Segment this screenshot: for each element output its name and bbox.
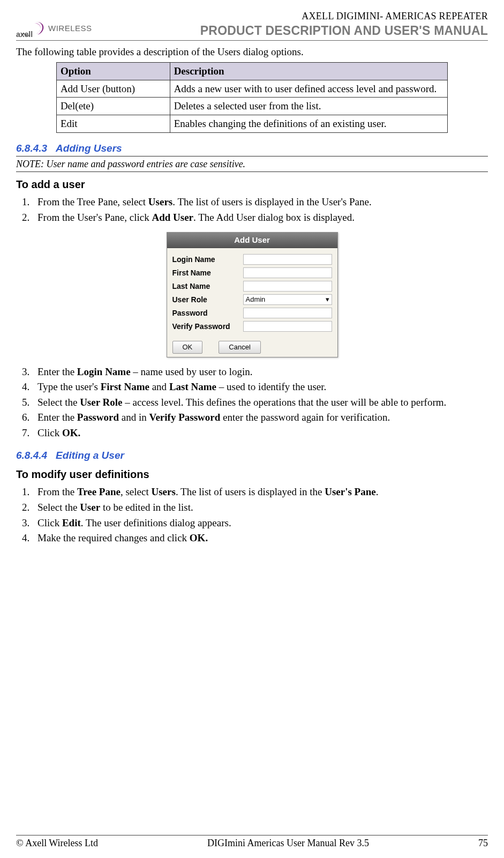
password-label: Password — [172, 308, 243, 318]
section-heading: 6.8.4.4Editing a User — [16, 449, 488, 462]
table-row: Add User (button)Adds a new user with to… — [56, 80, 447, 98]
header-right: AXELL DIGIMINI- AMERICAS REPEATER PRODUC… — [200, 10, 488, 39]
options-table: Option Description Add User (button)Adds… — [56, 62, 448, 133]
steps-list-1-cont: Enter the Login Name – name used by user… — [16, 365, 488, 440]
dialog-title: Add User — [167, 233, 337, 248]
ok-button[interactable]: OK — [172, 341, 203, 354]
dialog-body: Login Name First Name Last Name User Rol… — [167, 248, 337, 338]
svg-text:axell: axell — [16, 30, 33, 39]
login-name-field[interactable] — [243, 254, 332, 265]
steps-list-1: From the Tree Pane, select Users. The li… — [16, 195, 488, 224]
list-item: From the User's Pane, click Add User. Th… — [32, 211, 488, 225]
user-role-label: User Role — [172, 295, 243, 305]
first-name-field[interactable] — [243, 267, 332, 278]
intro-text: The following table provides a descripti… — [16, 45, 488, 59]
th-description: Description — [170, 62, 447, 80]
footer-pageno: 75 — [478, 837, 488, 849]
list-item: Make the required changes and click OK. — [32, 531, 488, 545]
footer-copyright: © Axell Wireless Ltd — [16, 837, 98, 849]
add-user-dialog: Add User Login Name First Name Last Name… — [167, 232, 338, 357]
last-name-label: Last Name — [172, 281, 243, 292]
last-name-field[interactable] — [243, 281, 332, 292]
list-item: Select the User Role – access level. Thi… — [32, 396, 488, 409]
steps-list-2: From the Tree Pane, select Users. The li… — [16, 485, 488, 545]
logo-sub: WIRELESS — [48, 23, 92, 34]
chevron-down-icon: ▾ — [326, 295, 329, 304]
list-item: Select the User to be edited in the list… — [32, 501, 488, 514]
page-header: axell WIRELESS AXELL DIGIMINI- AMERICAS … — [16, 10, 488, 41]
sub-heading: To modify user definitions — [16, 467, 488, 482]
logo: axell WIRELESS — [16, 18, 92, 39]
list-item: Enter the Login Name – name used by user… — [32, 365, 488, 379]
list-item: Click OK. — [32, 426, 488, 440]
verify-password-label: Verify Password — [172, 322, 243, 332]
dialog-figure: Add User Login Name First Name Last Name… — [16, 232, 488, 357]
manual-title: PRODUCT DESCRIPTION AND USER'S MANUAL — [200, 23, 488, 39]
list-item: Click Edit. The user definitions dialog … — [32, 516, 488, 530]
cancel-button[interactable]: Cancel — [219, 341, 260, 354]
product-name: AXELL DIGIMINI- AMERICAS REPEATER — [200, 10, 488, 23]
footer-docname: DIGImini Americas User Manual Rev 3.5 — [207, 837, 369, 849]
sub-heading: To add a user — [16, 177, 488, 192]
th-option: Option — [56, 62, 170, 80]
note-box: NOTE: User name and password entries are… — [16, 156, 488, 172]
list-item: Type the user's First Name and Last Name… — [32, 380, 488, 394]
password-field[interactable] — [243, 308, 332, 318]
dialog-buttons: OK Cancel — [167, 338, 337, 357]
user-role-select[interactable]: Admin ▾ — [243, 294, 332, 305]
login-name-label: Login Name — [172, 255, 243, 265]
verify-password-field[interactable] — [243, 321, 332, 332]
first-name-label: First Name — [172, 268, 243, 278]
list-item: From the Tree Pane, select Users. The li… — [32, 485, 488, 499]
logo-icon: axell — [16, 18, 45, 39]
table-row: EditEnables changing the definitions of … — [56, 115, 447, 132]
table-row: Del(ete)Deletes a selected user from the… — [56, 98, 447, 115]
list-item: Enter the Password and in Verify Passwor… — [32, 411, 488, 424]
section-heading: 6.8.4.3Adding Users — [16, 141, 488, 155]
user-role-value: Admin — [246, 295, 266, 304]
table-header-row: Option Description — [56, 62, 447, 80]
list-item: From the Tree Pane, select Users. The li… — [32, 195, 488, 209]
page-footer: © Axell Wireless Ltd DIGImini Americas U… — [16, 835, 488, 849]
